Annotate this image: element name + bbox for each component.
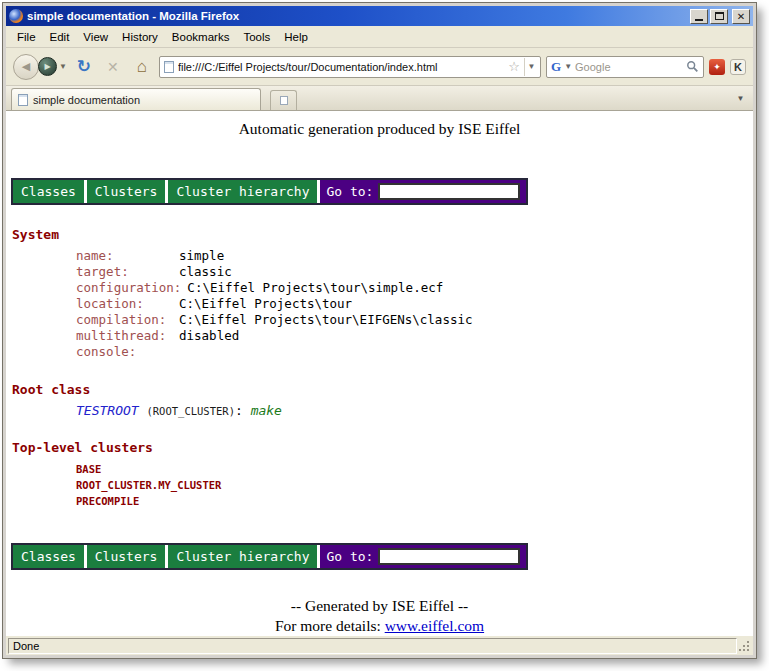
home-button[interactable]: ⌂: [130, 55, 154, 79]
search-placeholder[interactable]: Google: [575, 61, 683, 73]
doc-navbar-top: Classes Clusters Cluster hierarchy Go to…: [11, 178, 528, 205]
inactive-tab-stub[interactable]: [270, 90, 297, 110]
root-cluster-ref: (ROOT_CLUSTER): [146, 405, 235, 417]
cluster-link-precompile[interactable]: PRECOMPILE: [76, 493, 753, 509]
system-key: configuration:: [76, 280, 181, 296]
stop-icon: ✕: [107, 59, 119, 75]
status-text: Done: [8, 638, 737, 654]
goto-label-bottom: Go to:: [326, 549, 373, 564]
root-class-line: TESTROOT (ROOT_CLUSTER): make: [76, 403, 753, 418]
navigation-toolbar: ◀ ▶ ▼ ↻ ✕ ⌂ file:///C:/Eiffel Projects/t…: [6, 48, 753, 86]
url-text[interactable]: file:///C:/Eiffel Projects/tour/Document…: [178, 61, 504, 73]
system-key: compilation:: [76, 312, 173, 328]
menu-bookmarks[interactable]: Bookmarks: [165, 28, 237, 46]
system-section: System name:simple target:classic config…: [6, 227, 753, 360]
back-button[interactable]: ◀: [13, 54, 39, 80]
classes-button-bottom[interactable]: Classes: [13, 545, 84, 568]
footer-details-prefix: For more details:: [275, 617, 385, 634]
search-icon[interactable]: [686, 60, 699, 73]
cluster-link-root-cluster-my-cluster[interactable]: ROOT_CLUSTER.MY_CLUSTER: [76, 477, 753, 493]
stub-page-icon: [280, 96, 288, 105]
close-icon: ✕: [737, 10, 745, 23]
system-row: location:C:\Eiffel Projects\tour: [76, 296, 753, 312]
menu-view[interactable]: View: [76, 28, 115, 46]
history-dropdown-icon[interactable]: ▼: [59, 62, 67, 71]
menu-edit[interactable]: Edit: [43, 28, 77, 46]
forward-button[interactable]: ▶: [38, 57, 57, 76]
clusters-button-bottom[interactable]: Clusters: [87, 545, 166, 568]
tab-simple-documentation[interactable]: simple documentation: [11, 88, 261, 110]
reload-button[interactable]: ↻: [72, 55, 96, 79]
window-title: simple documentation - Mozilla Firefox: [27, 10, 686, 22]
page-favicon: [164, 61, 174, 73]
eiffel-website-link[interactable]: www.eiffel.com: [385, 617, 484, 634]
status-bar: Done: [6, 635, 753, 655]
system-row: target:classic: [76, 264, 753, 280]
goto-label: Go to:: [326, 184, 373, 199]
goto-input[interactable]: [378, 183, 520, 200]
root-class-colon: :: [235, 403, 243, 418]
maximize-icon: [715, 12, 724, 20]
window-controls: ✕: [690, 9, 750, 24]
system-key: multithread:: [76, 328, 173, 344]
root-feature-link[interactable]: make: [251, 403, 282, 418]
minimize-icon: [695, 19, 703, 21]
classes-button[interactable]: Classes: [13, 180, 84, 203]
firefox-icon: [9, 9, 23, 23]
close-button[interactable]: ✕: [732, 9, 750, 24]
system-row: multithread:disabled: [76, 328, 753, 344]
extension-icon-red[interactable]: ✦: [709, 59, 725, 75]
tab-bar: simple documentation ▼: [6, 86, 753, 111]
goto-input-bottom[interactable]: [378, 548, 520, 565]
cluster-hierarchy-button[interactable]: Cluster hierarchy: [168, 180, 317, 203]
back-arrow-icon: ◀: [22, 60, 30, 73]
search-engine-dropdown[interactable]: ▼: [564, 62, 572, 71]
system-key: location:: [76, 296, 173, 312]
cluster-list: BASE ROOT_CLUSTER.MY_CLUSTER PRECOMPILE: [76, 461, 753, 509]
root-class-link[interactable]: TESTROOT: [76, 403, 139, 418]
titlebar[interactable]: simple documentation - Mozilla Firefox ✕: [6, 6, 753, 26]
doc-navbar-bottom: Classes Clusters Cluster hierarchy Go to…: [11, 543, 528, 570]
system-row: configuration:C:\Eiffel Projects\tour\si…: [76, 280, 753, 296]
menu-tools[interactable]: Tools: [236, 28, 277, 46]
footer-generated-line: -- Generated by ISE Eiffel --: [6, 596, 753, 616]
menu-history[interactable]: History: [115, 28, 165, 46]
system-key: target:: [76, 264, 173, 280]
search-box[interactable]: G ▼ Google: [546, 56, 704, 78]
system-properties: name:simple target:classic configuration…: [76, 248, 753, 360]
system-heading: System: [12, 227, 753, 242]
cluster-link-base[interactable]: BASE: [76, 461, 753, 477]
system-value: classic: [179, 264, 232, 279]
maximize-button[interactable]: [710, 9, 728, 24]
system-value: simple: [179, 248, 224, 263]
extension-icon-k[interactable]: K: [730, 59, 746, 75]
system-value: C:\Eiffel Projects\tour: [179, 296, 352, 311]
home-icon: ⌂: [137, 57, 147, 77]
system-key: console:: [76, 344, 173, 360]
menu-help[interactable]: Help: [277, 28, 315, 46]
forward-arrow-icon: ▶: [44, 62, 50, 71]
system-value: C:\Eiffel Projects\tour\simple.ecf: [187, 280, 443, 295]
system-row: console:: [76, 344, 753, 360]
system-row: compilation:C:\Eiffel Projects\tour\EIFG…: [76, 312, 753, 328]
minimize-button[interactable]: [690, 9, 708, 24]
goto-panel: Go to:: [320, 180, 526, 203]
url-dropdown-button[interactable]: ▼: [524, 58, 538, 76]
bookmark-star-icon[interactable]: ☆: [508, 60, 520, 73]
menu-file[interactable]: File: [10, 28, 43, 46]
list-all-tabs-button[interactable]: ▼: [733, 90, 748, 106]
goto-panel-bottom: Go to:: [320, 545, 526, 568]
menubar: File Edit View History Bookmarks Tools H…: [6, 26, 753, 48]
system-value: C:\Eiffel Projects\tour\EIFGENs\classic: [179, 312, 473, 327]
google-logo-icon: G: [551, 59, 561, 75]
reload-icon: ↻: [77, 56, 91, 77]
stop-button[interactable]: ✕: [101, 55, 125, 79]
cluster-hierarchy-button-bottom[interactable]: Cluster hierarchy: [168, 545, 317, 568]
clusters-button[interactable]: Clusters: [87, 180, 166, 203]
url-bar[interactable]: file:///C:/Eiffel Projects/tour/Document…: [159, 56, 541, 78]
clusters-section: Top-level clusters BASE ROOT_CLUSTER.MY_…: [6, 440, 753, 509]
page-content: Automatic generation produced by ISE Eif…: [6, 111, 753, 635]
firefox-window: simple documentation - Mozilla Firefox ✕…: [3, 3, 756, 658]
resize-grip[interactable]: [737, 638, 751, 654]
tab-page-icon: [18, 94, 28, 106]
